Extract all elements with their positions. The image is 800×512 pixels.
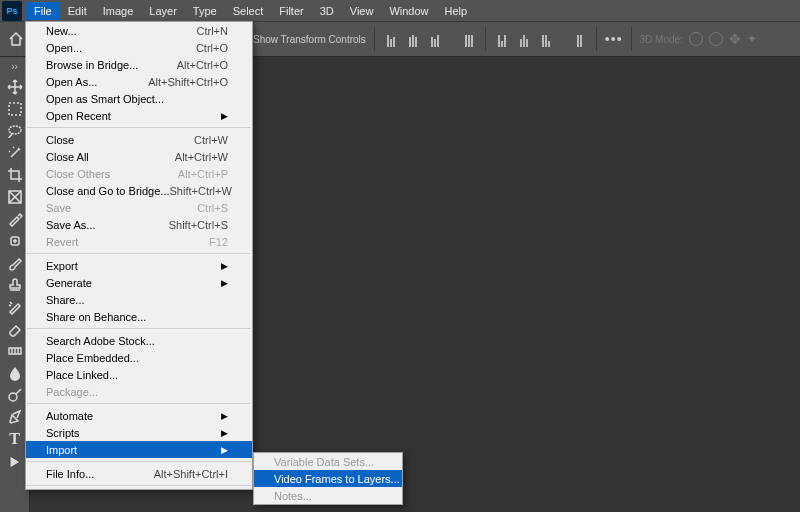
distribute-1-icon[interactable] bbox=[494, 31, 510, 47]
menu-item[interactable]: Search Adobe Stock... bbox=[26, 332, 252, 349]
frame-tool[interactable] bbox=[4, 186, 26, 208]
menu-separator bbox=[27, 253, 251, 254]
menubar-window[interactable]: Window bbox=[381, 2, 436, 20]
menubar-help[interactable]: Help bbox=[437, 2, 476, 20]
distribute-3-icon[interactable] bbox=[538, 31, 554, 47]
menu-separator bbox=[27, 328, 251, 329]
more-icon[interactable]: ••• bbox=[605, 31, 623, 47]
blur-tool[interactable] bbox=[4, 362, 26, 384]
menu-item: Close OthersAlt+Ctrl+P bbox=[26, 165, 252, 182]
menu-item[interactable]: Place Embedded... bbox=[26, 349, 252, 366]
menu-item[interactable]: Close AllAlt+Ctrl+W bbox=[26, 148, 252, 165]
menu-item[interactable]: Scripts▶ bbox=[26, 424, 252, 441]
submenu-item-label: Notes... bbox=[274, 490, 312, 502]
menu-item[interactable]: Import▶ bbox=[26, 441, 252, 458]
align-center-h-icon[interactable] bbox=[405, 31, 421, 47]
distribute-4-icon[interactable] bbox=[572, 31, 588, 47]
menu-item[interactable]: Save As...Shift+Ctrl+S bbox=[26, 216, 252, 233]
menu-item-label: Place Linked... bbox=[46, 369, 118, 381]
menu-item[interactable]: Share... bbox=[26, 291, 252, 308]
healing-tool[interactable] bbox=[4, 230, 26, 252]
submenu-item[interactable]: Video Frames to Layers... bbox=[254, 470, 402, 487]
menu-shortcut: Ctrl+N bbox=[197, 25, 228, 37]
menu-item-label: Import bbox=[46, 444, 77, 456]
home-button[interactable] bbox=[6, 29, 26, 49]
path-tool[interactable] bbox=[4, 450, 26, 472]
menu-item[interactable]: CloseCtrl+W bbox=[26, 131, 252, 148]
move-tool[interactable] bbox=[4, 76, 26, 98]
menubar-filter[interactable]: Filter bbox=[271, 2, 311, 20]
menu-shortcut: Ctrl+W bbox=[194, 134, 228, 146]
submenu-arrow-icon: ▶ bbox=[211, 261, 228, 271]
file-menu: New...Ctrl+NOpen...Ctrl+OBrowse in Bridg… bbox=[25, 21, 253, 490]
collapse-icon[interactable]: ›› bbox=[11, 61, 18, 72]
menu-item[interactable]: Close and Go to Bridge...Shift+Ctrl+W bbox=[26, 182, 252, 199]
submenu-item-label: Variable Data Sets... bbox=[274, 456, 374, 468]
menu-item: RevertF12 bbox=[26, 233, 252, 250]
menu-item-label: Close All bbox=[46, 151, 89, 163]
menu-item-label: Close and Go to Bridge... bbox=[46, 185, 170, 197]
crop-tool[interactable] bbox=[4, 164, 26, 186]
submenu-arrow-icon: ▶ bbox=[211, 111, 228, 121]
menu-item-label: Generate bbox=[46, 277, 92, 289]
menu-item[interactable]: Generate▶ bbox=[26, 274, 252, 291]
menu-item[interactable]: Export▶ bbox=[26, 257, 252, 274]
menu-item[interactable]: Browse in Bridge...Alt+Ctrl+O bbox=[26, 56, 252, 73]
scale-3d-icon[interactable]: ✦ bbox=[747, 32, 757, 46]
orbit-icon[interactable] bbox=[689, 32, 703, 46]
marquee-tool[interactable] bbox=[4, 98, 26, 120]
menu-item[interactable]: Open As...Alt+Shift+Ctrl+O bbox=[26, 73, 252, 90]
menubar-view[interactable]: View bbox=[342, 2, 382, 20]
menu-item-label: Search Adobe Stock... bbox=[46, 335, 155, 347]
history-brush-tool[interactable] bbox=[4, 296, 26, 318]
show-transform-label: Show Transform Controls bbox=[253, 34, 366, 45]
brush-tool[interactable] bbox=[4, 252, 26, 274]
lasso-tool[interactable] bbox=[4, 120, 26, 142]
eyedropper-tool[interactable] bbox=[4, 208, 26, 230]
submenu-arrow-icon: ▶ bbox=[211, 278, 228, 288]
menu-item[interactable]: Place Linked... bbox=[26, 366, 252, 383]
menubar-edit[interactable]: Edit bbox=[60, 2, 95, 20]
menu-item[interactable]: New...Ctrl+N bbox=[26, 22, 252, 39]
align-group-1[interactable] bbox=[383, 31, 477, 47]
eraser-tool[interactable] bbox=[4, 318, 26, 340]
type-tool[interactable]: T bbox=[4, 428, 26, 450]
gradient-tool[interactable] bbox=[4, 340, 26, 362]
menu-item-label: Save As... bbox=[46, 219, 96, 231]
align-top-icon[interactable] bbox=[461, 31, 477, 47]
menu-separator bbox=[27, 485, 251, 486]
menu-item-label: Open... bbox=[46, 42, 82, 54]
move-3d-icon[interactable]: ✥ bbox=[729, 31, 741, 47]
menubar-3d[interactable]: 3D bbox=[312, 2, 342, 20]
distribute-2-icon[interactable] bbox=[516, 31, 532, 47]
menu-item[interactable]: Open...Ctrl+O bbox=[26, 39, 252, 56]
menubar-image[interactable]: Image bbox=[95, 2, 142, 20]
align-group-2[interactable] bbox=[494, 31, 588, 47]
submenu-item: Notes... bbox=[254, 487, 402, 504]
align-left-icon[interactable] bbox=[383, 31, 399, 47]
submenu-arrow-icon: ▶ bbox=[211, 411, 228, 421]
menubar-file[interactable]: File bbox=[26, 2, 60, 20]
menu-item[interactable]: Open as Smart Object... bbox=[26, 90, 252, 107]
stamp-tool[interactable] bbox=[4, 274, 26, 296]
menu-item[interactable]: Open Recent▶ bbox=[26, 107, 252, 124]
menu-shortcut: Alt+Shift+Ctrl+I bbox=[154, 468, 228, 480]
menu-item[interactable]: Share on Behance... bbox=[26, 308, 252, 325]
svg-point-5 bbox=[9, 393, 17, 401]
menu-item-label: Automate bbox=[46, 410, 93, 422]
menubar-layer[interactable]: Layer bbox=[141, 2, 185, 20]
align-right-icon[interactable] bbox=[427, 31, 443, 47]
top-bar: Ps FileEditImageLayerTypeSelectFilter3DV… bbox=[0, 0, 800, 21]
menu-item: SaveCtrl+S bbox=[26, 199, 252, 216]
menu-item[interactable]: File Info...Alt+Shift+Ctrl+I bbox=[26, 465, 252, 482]
menu-shortcut: Ctrl+O bbox=[196, 42, 228, 54]
menubar: FileEditImageLayerTypeSelectFilter3DView… bbox=[26, 2, 475, 20]
wand-tool[interactable] bbox=[4, 142, 26, 164]
menu-item-label: New... bbox=[46, 25, 77, 37]
menubar-type[interactable]: Type bbox=[185, 2, 225, 20]
menu-item[interactable]: Automate▶ bbox=[26, 407, 252, 424]
target-icon[interactable] bbox=[709, 32, 723, 46]
menubar-select[interactable]: Select bbox=[225, 2, 272, 20]
pen-tool[interactable] bbox=[4, 406, 26, 428]
dodge-tool[interactable] bbox=[4, 384, 26, 406]
